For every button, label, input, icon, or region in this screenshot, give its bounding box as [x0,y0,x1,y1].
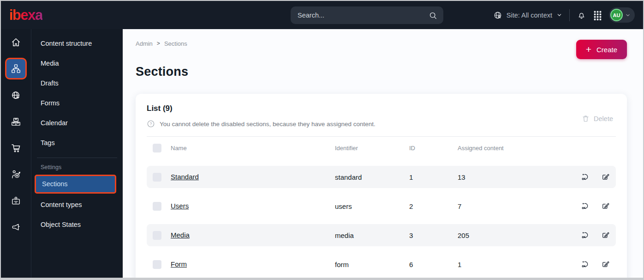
cell-identifier: standard [335,173,409,181]
edit-icon[interactable] [596,231,616,240]
section-name-link[interactable]: Standard [171,173,199,181]
chevron-down-icon [625,12,631,18]
column-header-assigned-content: Assigned content [458,145,575,152]
cell-assigned-content: 13 [458,173,575,181]
sidebar-item-tags[interactable]: Tags [31,133,123,153]
personalization-icon[interactable] [11,169,22,180]
assign-content-icon[interactable] [575,231,596,240]
search-icon[interactable] [429,11,437,20]
cell-assigned-content: 1 [458,261,575,268]
cart-icon[interactable] [11,142,22,153]
content-tree-icon[interactable] [5,58,27,79]
row-checkbox[interactable] [153,202,161,211]
section-name-link[interactable]: Form [171,260,187,268]
topbar-right-cluster: Site: All context AU [493,7,643,23]
avatar: AU [610,9,623,21]
sidebar-item-content-structure[interactable]: Content structure [31,34,123,54]
top-bar: ibexa Site: All context [1,1,643,29]
table-row: Form form 6 1 [147,253,616,275]
cell-identifier: users [335,202,409,210]
app-window: ibexa Site: All context [0,0,644,280]
icon-rail [1,29,31,278]
breadcrumb-separator: > [157,40,160,47]
breadcrumb: Admin > Sections [136,40,627,47]
table-row: Standard standard 1 13 [147,166,616,188]
svg-text:?: ? [150,122,152,126]
assign-content-icon[interactable] [575,201,596,211]
row-checkbox[interactable] [153,260,161,269]
chevron-down-icon [556,12,562,18]
trash-icon [582,115,590,122]
cell-assigned-content: 205 [458,231,575,239]
badge-icon[interactable] [11,195,22,206]
sections-list-card: List (9) ? You cannot delete the disable… [136,94,627,278]
sidebar-item-object-states[interactable]: Object States [31,215,123,235]
cell-assigned-content: 7 [458,202,575,210]
column-header-name: Name [171,145,335,152]
cell-identifier: media [335,231,409,239]
row-checkbox[interactable] [153,231,161,240]
column-header-identifier: Identifier [335,145,409,152]
site-context-label: Site: All context [507,12,552,19]
section-name-link[interactable]: Media [171,231,190,239]
cell-id: 1 [409,173,458,181]
assign-content-icon[interactable] [575,172,596,182]
breadcrumb-sections: Sections [164,40,187,47]
help-circle-icon: ? [147,120,155,128]
sidebar-item-sections[interactable]: Sections [35,175,116,194]
assign-content-icon[interactable] [575,260,596,269]
cell-id: 6 [409,261,458,268]
column-header-id: ID [409,145,458,152]
app-grid-icon[interactable] [593,10,602,20]
globe-cursor-icon[interactable] [11,90,22,101]
ibexa-logo[interactable]: ibexa [9,7,42,24]
search-input[interactable] [297,11,429,19]
page-title: Sections [136,65,627,79]
notifications-bell-icon[interactable] [577,10,586,20]
sidebar-item-calendar[interactable]: Calendar [31,113,123,133]
list-note: ? You cannot delete the disabled section… [147,120,616,128]
row-checkbox[interactable] [153,173,161,182]
edit-icon[interactable] [596,172,616,182]
table-row: Media media 3 205 [147,224,616,246]
table-header-row: Name Identifier ID Assigned content [147,137,616,159]
search-box[interactable] [291,6,443,24]
sidebar-item-content-types[interactable]: Content types [31,195,123,215]
select-all-checkbox[interactable] [153,144,161,152]
breadcrumb-admin[interactable]: Admin [136,40,153,47]
create-button[interactable]: + Create [576,40,627,59]
list-note-text: You cannot delete the disabled sections,… [160,121,376,128]
home-icon[interactable] [11,37,22,48]
edit-icon[interactable] [596,260,616,269]
cell-id: 3 [409,231,458,239]
edit-icon[interactable] [596,201,616,211]
secondary-sidebar: Content structure Media Drafts Forms Cal… [31,29,123,278]
plus-icon: + [586,44,591,54]
sidebar-item-media[interactable]: Media [31,54,123,73]
cell-identifier: form [335,261,409,268]
topbar-divider [569,9,570,21]
site-context-dropdown[interactable]: Site: All context [493,11,562,20]
main-content: Admin > Sections + Create Sections List … [123,29,643,278]
table-row: Users users 2 7 [147,195,616,217]
section-name-link[interactable]: Users [171,202,189,210]
globe-icon [493,11,502,20]
list-heading: List (9) [147,104,616,113]
boxes-icon[interactable] [11,116,22,127]
sidebar-settings-heading: Settings [31,158,123,173]
cell-id: 2 [409,202,458,210]
delete-button[interactable]: Delete [579,114,616,123]
sidebar-item-forms[interactable]: Forms [31,93,123,113]
create-button-label: Create [596,46,617,54]
user-menu[interactable]: AU [609,7,635,23]
sidebar-item-drafts[interactable]: Drafts [31,73,123,93]
delete-button-label: Delete [594,115,613,122]
megaphone-icon[interactable] [11,221,22,232]
